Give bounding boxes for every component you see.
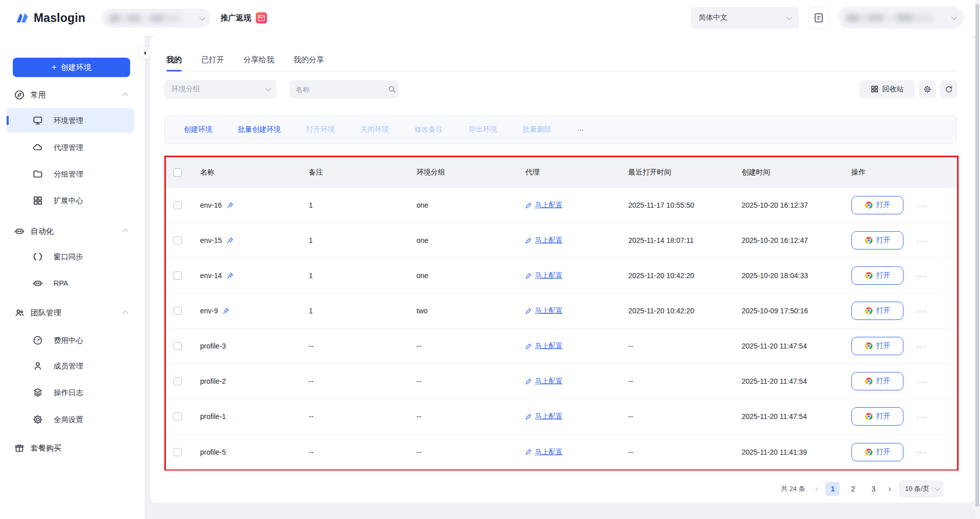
action-create-environment[interactable]: 创建环境 [184,125,212,134]
action-batch-delete[interactable]: 批量删除 [523,125,551,134]
row-more-button[interactable]: ··· [917,307,927,315]
action-batch-create[interactable]: 批量创建环境 [238,125,281,134]
tab-label: 已打开 [201,55,224,65]
row-more-button[interactable]: ··· [917,377,927,386]
prev-page-button[interactable]: ‹ [814,484,820,494]
col-proxy: 代理 [525,168,628,177]
row-more-button[interactable]: ··· [917,412,927,421]
open-environment-button[interactable]: 打开 [851,337,903,355]
gauge-icon [32,335,43,346]
open-environment-button[interactable]: 打开 [851,231,903,250]
create-environment-button[interactable]: + 创建环境 [13,58,130,77]
row-more-button[interactable]: ··· [917,448,927,456]
page-size-select[interactable]: 10 条/页 [899,480,944,498]
sidebar-item-operation-logs[interactable]: 操作日志 [0,382,144,403]
group-filter-select[interactable]: 环境分组 [164,80,277,98]
environment-name: env-16 [200,201,222,209]
open-environment-button[interactable]: 打开 [851,407,903,426]
proxy-config-link[interactable]: 马上配置 [525,271,628,280]
action-more[interactable]: ··· [577,126,584,134]
page-3-button[interactable]: 3 [866,482,880,496]
pin-icon[interactable] [226,236,234,244]
proxy-config-link[interactable]: 马上配置 [525,377,628,386]
table-row: profile-1 -- -- 马上配置 -- 2025-11-20 11:47… [166,399,957,434]
sidebar-item-members[interactable]: 成员管理 [0,356,144,376]
proxy-config-link-label: 马上配置 [535,201,562,210]
tab-opened[interactable]: 已打开 [201,49,224,71]
workspace-select[interactable] [102,9,211,28]
sidebar-group-automation[interactable]: 自动化 [0,221,144,241]
action-open-environment[interactable]: 打开环境 [306,125,335,134]
tab-shared-with-me[interactable]: 分享给我 [243,49,274,71]
row-checkbox[interactable] [174,448,182,456]
page-1-button[interactable]: 1 [825,482,840,496]
action-export-environment[interactable]: 导出环境 [469,125,497,134]
sidebar-item-rpa[interactable]: RPA [0,273,144,293]
page-2-button[interactable]: 2 [846,482,860,496]
open-environment-button[interactable]: 打开 [851,266,903,285]
proxy-config-link[interactable]: 马上配置 [525,236,628,245]
pin-icon[interactable] [222,307,230,315]
window-scrollbar-thumb[interactable] [975,4,979,507]
sidebar-group-common[interactable]: 常用 [0,85,144,105]
refresh-button[interactable] [940,80,958,98]
open-environment-button[interactable]: 打开 [851,372,903,390]
open-environment-button[interactable]: 打开 [851,302,903,320]
pin-icon[interactable] [226,271,234,280]
create-environment-label: 创建环境 [61,63,91,72]
tab-my-shares[interactable]: 我的分享 [293,49,324,71]
open-environment-button[interactable]: 打开 [851,443,903,461]
sidebar-item-groups[interactable]: 分组管理 [0,164,144,184]
sidebar-item-window-sync[interactable]: 窗口同步 [0,246,144,267]
promo-link[interactable]: 推广返现 [220,0,267,36]
environment-remark: -- [309,342,416,350]
row-more-button[interactable]: ··· [917,342,927,351]
proxy-config-link-label: 马上配置 [535,236,562,245]
tab-mine[interactable]: 我的 [166,49,182,71]
row-checkbox[interactable] [174,307,182,315]
sync-icon [32,251,43,262]
row-checkbox[interactable] [174,201,182,209]
row-checkbox[interactable] [174,342,182,350]
action-close-environment[interactable]: 关闭环境 [360,125,389,134]
docs-button[interactable] [808,7,829,29]
row-more-button[interactable]: ··· [917,236,927,245]
sidebar-item-global-settings[interactable]: 全局设置 [0,409,144,430]
chrome-icon [865,448,873,456]
account-select[interactable] [838,7,964,29]
proxy-config-link-label: 马上配置 [535,377,562,386]
chevron-down-icon [265,86,271,91]
row-more-button[interactable]: ··· [917,201,927,210]
sidebar-item-environments[interactable]: 环境管理 [0,110,144,131]
table-settings-button[interactable] [919,80,936,98]
sidebar-collapse-button[interactable] [138,46,152,60]
environment-group: two [416,307,525,315]
name-search-input[interactable] [296,85,388,93]
sidebar-group-team[interactable]: 团队管理 [0,303,144,323]
last-opened-time: -- [628,342,742,350]
language-select[interactable]: 简体中文 [691,7,799,29]
sidebar-item-purchase-plan[interactable]: 套餐购买 [0,438,144,458]
proxy-config-link[interactable]: 马上配置 [525,448,628,457]
environment-name: profile-5 [200,448,226,456]
sidebar-item-proxies[interactable]: 代理管理 [0,137,144,158]
row-checkbox[interactable] [174,271,182,280]
proxy-config-link[interactable]: 马上配置 [525,412,628,421]
proxy-config-link[interactable]: 马上配置 [525,341,628,351]
sidebar-item-extensions[interactable]: 扩展中心 [0,190,144,211]
environment-group: -- [416,342,525,350]
table-row: profile-3 -- -- 马上配置 -- 2025-11-20 11:47… [166,329,957,364]
proxy-config-link[interactable]: 马上配置 [525,306,628,315]
row-checkbox[interactable] [174,412,182,421]
next-page-button[interactable]: › [887,484,893,494]
row-checkbox[interactable] [174,236,182,244]
open-environment-button[interactable]: 打开 [851,196,903,214]
pin-icon[interactable] [226,201,234,209]
select-all-checkbox[interactable] [174,168,182,177]
action-edit-remark[interactable]: 修改备注 [414,125,443,134]
row-checkbox[interactable] [174,377,182,385]
row-more-button[interactable]: ··· [917,271,927,280]
proxy-config-link[interactable]: 马上配置 [525,201,628,210]
recycle-bin-button[interactable]: 回收站 [860,80,915,98]
sidebar-item-billing-center[interactable]: 费用中心 [0,330,144,351]
